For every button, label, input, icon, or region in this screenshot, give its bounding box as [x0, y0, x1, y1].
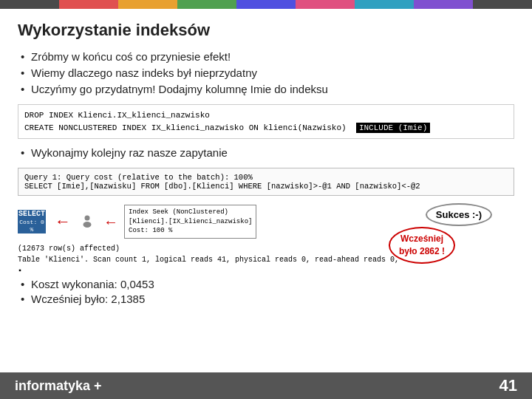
arrow-to-index: ←: [103, 214, 118, 229]
bottom-bar: informatyka + 41: [0, 372, 532, 399]
bottom-bullets: Koszt wykonania: 0,0453 Wcześniej było: …: [18, 278, 514, 305]
select-icon: SELECT Cost: 0 %: [18, 210, 46, 233]
index-seek-line1: Index Seek (NonClustered): [129, 208, 252, 217]
index-seek-line2: [Klienci].[IX_klienci_nazwisko]: [129, 217, 252, 227]
slide-title: Wykorzystanie indeksów: [18, 21, 514, 40]
bar-seg-2: [59, 0, 118, 9]
svg-point-1: [83, 222, 92, 228]
query-line-2: SELECT [Imie],[Nazwisku] FROM [dbo].[Kli…: [24, 182, 508, 191]
prev-bubble-line1: Wcześniej: [399, 233, 445, 245]
bottom-bullet-2: Wcześniej było: 2,1385: [18, 293, 514, 305]
person-icon: [80, 214, 95, 229]
bullet-item-2: Wiemy dlaczego nasz indeks był nieprzyda…: [18, 66, 514, 79]
prev-bubble-line2: było 2862 !: [399, 245, 445, 258]
select-cost: Cost: 0 %: [18, 219, 46, 233]
main-content: Wykorzystanie indeksów Zróbmy w końcu co…: [0, 9, 532, 316]
exec-row: SELECT Cost: 0 % ← ← Index Seek (NonClus…: [18, 205, 256, 239]
select-label: SELECT: [18, 210, 46, 219]
footer-page: 41: [499, 376, 517, 395]
bullet-item-3: Uczyńmy go przydatnym! Dodajmy kolumnę I…: [18, 83, 514, 95]
bullet-list: Zróbmy w końcu coś co przyniesie efekt! …: [18, 50, 514, 95]
bar-seg-5: [236, 0, 296, 9]
svg-point-0: [85, 215, 90, 220]
bar-seg-1: [0, 0, 59, 9]
bar-seg-6: [296, 0, 355, 9]
success-bubble: Sukces :-): [426, 203, 492, 226]
query-block: Query 1: Query cost (relative to the bat…: [18, 168, 514, 196]
footer-title: informatyka +: [15, 378, 102, 394]
prev-bubble: Wcześniej było 2862 !: [389, 227, 455, 264]
bullet-item-1: Zróbmy w końcu coś co przyniesie efekt!: [18, 50, 514, 63]
index-seek-box: Index Seek (NonClustered) [Klienci].[IX_…: [124, 205, 256, 239]
code-line-2: CREATE NONCLUSTERED INDEX IX_klienci_naz…: [24, 122, 508, 134]
bar-seg-4: [177, 0, 236, 9]
code-line-2-prefix: CREATE NONCLUSTERED INDEX IX_klienci_naz…: [24, 123, 347, 132]
bottom-bullet-1: Koszt wykonania: 0,0453: [18, 278, 514, 290]
bar-seg-9: [473, 0, 532, 9]
bottom-section: Koszt wykonania: 0,0453 Wcześniej było: …: [18, 278, 514, 305]
code-line-1: DROP INDEX Klienci.IX_klienci_nazwisko: [24, 109, 508, 122]
arrow-left: ←: [55, 214, 71, 230]
execute-bullet-list: Wykonajmy kolejny raz nasze zapytanie: [18, 146, 514, 159]
code-block: DROP INDEX Klienci.IX_klienci_nazwisko C…: [18, 104, 514, 139]
bullet-execute: Wykonajmy kolejny raz nasze zapytanie: [18, 146, 514, 159]
index-seek-line3: Cost: 100 %: [129, 226, 252, 236]
query-line-1: Query 1: Query cost (relative to the bat…: [24, 173, 508, 182]
bar-seg-8: [414, 0, 473, 9]
code-highlight: INCLUDE (Imie): [356, 123, 430, 133]
bar-seg-7: [355, 0, 414, 9]
bar-seg-3: [118, 0, 177, 9]
small-square: ▪: [18, 267, 514, 275]
top-color-bar: [0, 0, 532, 9]
